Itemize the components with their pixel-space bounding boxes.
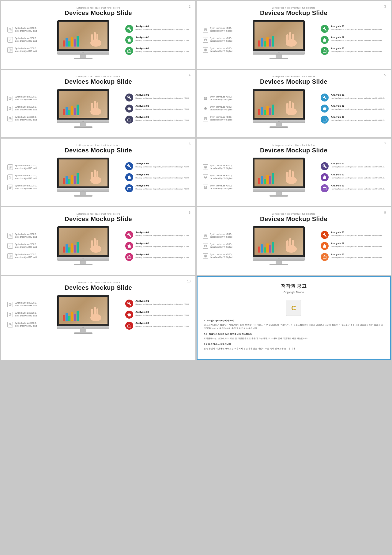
list-icon	[7, 302, 13, 307]
analysis-item: Analysis 01 Hashtag fashion axe fingersc…	[125, 94, 189, 101]
monitor-base	[270, 264, 288, 265]
svg-rect-110	[68, 247, 70, 253]
list-item: Synth chartreuse XOXO, tacos brooklyn VH…	[7, 322, 41, 327]
slide-panel: Letterpress next level trust fund: befor…	[197, 139, 391, 206]
list-text: Synth chartreuse XOXO, tacos brooklyn VH…	[15, 47, 41, 52]
screen-hand	[283, 165, 300, 186]
list-icon	[203, 253, 208, 259]
list-item: Synth chartreuse XOXO, tacos brooklyn VH…	[7, 184, 41, 190]
slide-grid: Letterpress next level trust fund: befor…	[0, 0, 392, 361]
analysis-item: Analysis 01 Hashtag fashion axe fingersc…	[321, 25, 385, 33]
svg-rect-10	[74, 39, 76, 47]
analysis-label: Analysis 01	[135, 231, 189, 234]
monitor	[57, 295, 109, 334]
monitor-chin	[57, 326, 109, 329]
analysis-item: Analysis 02 Hashtag fashion axe fingersc…	[125, 105, 189, 113]
analysis-circle	[321, 94, 329, 101]
analysis-text: Analysis 02 Hashtag fashion axe fingersc…	[331, 173, 385, 179]
monitor-chin	[253, 51, 305, 55]
analysis-circle	[321, 47, 329, 55]
slide-content: Synth chartreuse XOXO, tacos brooklyn VH…	[7, 89, 189, 128]
analysis-desc: Hashtag fashion axe fingersche, umami au…	[331, 256, 385, 259]
svg-rect-32	[292, 34, 294, 43]
copyright-section: 2. 이 템플릿은 다음과 같은 용도로 사용 가능합니다: 프레젠테이션, 보…	[204, 332, 384, 340]
analysis-label: Analysis 03	[135, 47, 189, 50]
slide-content: Synth chartreuse XOXO, tacos brooklyn VH…	[203, 89, 385, 128]
monitor-wrap	[44, 158, 122, 197]
svg-rect-124	[204, 255, 207, 257]
list-text: Synth chartreuse XOXO, tacos brooklyn VH…	[210, 174, 236, 180]
slide-panel: Letterpress next level trust fund: befor…	[1, 1, 195, 69]
analysis-desc: Hashtag fashion axe fingersche, umami au…	[135, 50, 189, 53]
svg-rect-82	[94, 170, 96, 180]
slide-number: 2	[189, 5, 190, 8]
svg-rect-61	[269, 108, 271, 115]
analysis-item: Analysis 01 Hashtag fashion axe fingersc…	[321, 94, 385, 101]
monitor-chin	[57, 257, 109, 261]
list-item: Synth chartreuse XOXO, tacos brooklyn VH…	[203, 105, 236, 111]
analysis-item: Analysis 02 Hashtag fashion axe fingersc…	[125, 173, 189, 181]
analysis-circle	[321, 105, 329, 113]
analysis-circle	[125, 231, 133, 239]
screen-hand	[283, 28, 300, 49]
list-text: Synth chartreuse XOXO, tacos brooklyn VH…	[15, 37, 41, 42]
svg-rect-11	[77, 36, 79, 47]
list-text: Synth chartreuse XOXO, tacos brooklyn VH…	[15, 312, 41, 317]
svg-rect-129	[269, 245, 271, 253]
copyright-section-text: 본 템플릿의 재판매 및 재배포는 허용되지 않습니다. 원본 파일의 무단 복…	[204, 347, 384, 350]
analysis-circle	[321, 242, 329, 250]
list-icon	[203, 96, 208, 101]
list-text: Synth chartreuse XOXO, tacos brooklyn VH…	[15, 243, 41, 248]
slide-number: 3	[384, 5, 386, 8]
analysis-item: Analysis 03 Hashtag fashion axe fingersc…	[125, 184, 189, 192]
analysis-desc: Hashtag fashion axe fingersche, umami au…	[135, 166, 189, 168]
monitor-base	[270, 58, 288, 59]
analysis-item: Analysis 02 Hashtag fashion axe fingersc…	[321, 36, 385, 44]
analysis-circle	[125, 94, 133, 101]
analysis-desc: Hashtag fashion axe fingersche, umami au…	[135, 314, 189, 316]
svg-rect-112	[74, 245, 76, 253]
analysis-circle	[125, 36, 133, 44]
list-text: Synth chartreuse XOXO, tacos brooklyn VH…	[15, 164, 41, 170]
svg-rect-100	[292, 171, 294, 180]
svg-rect-42	[68, 110, 70, 115]
analysis-item: Analysis 01 Hashtag fashion axe fingersc…	[321, 231, 385, 239]
right-analysis: Analysis 01 Hashtag fashion axe fingersc…	[125, 25, 189, 55]
slide-content: Synth chartreuse XOXO, tacos brooklyn VH…	[7, 158, 189, 197]
analysis-label: Analysis 02	[135, 311, 189, 313]
svg-rect-107	[9, 255, 11, 257]
svg-rect-152	[91, 309, 93, 318]
screen-chart	[258, 239, 277, 253]
slide-number: 4	[189, 74, 190, 77]
analysis-label: Analysis 02	[135, 242, 189, 245]
analysis-label: Analysis 01	[331, 94, 385, 96]
screen-hand	[88, 28, 104, 49]
analysis-item: Analysis 03 Hashtag fashion axe fingersc…	[321, 116, 385, 124]
slide-content: Synth chartreuse XOXO, tacos brooklyn VH…	[203, 226, 385, 265]
analysis-item: Analysis 03 Hashtag fashion axe fingersc…	[125, 47, 189, 55]
analysis-label: Analysis 03	[135, 253, 189, 256]
analysis-desc: Hashtag fashion axe fingersche, umami au…	[135, 325, 189, 327]
svg-rect-75	[66, 176, 68, 184]
analysis-label: Analysis 03	[135, 322, 189, 324]
analysis-item: Analysis 03 Hashtag fashion axe fingersc…	[125, 322, 189, 330]
analysis-circle	[321, 25, 329, 33]
analysis-text: Analysis 02 Hashtag fashion axe fingersc…	[135, 105, 189, 110]
monitor-base	[270, 126, 288, 128]
analysis-circle	[125, 25, 133, 33]
slide-content: Synth chartreuse XOXO, tacos brooklyn VH…	[7, 226, 189, 265]
monitor-dot	[82, 190, 84, 190]
list-icon	[7, 174, 13, 180]
analysis-text: Analysis 02 Hashtag fashion axe fingersc…	[135, 173, 189, 179]
analysis-item: Analysis 01 Hashtag fashion axe fingersc…	[125, 25, 189, 33]
list-item: Synth chartreuse XOXO, tacos brooklyn VH…	[203, 243, 236, 249]
screen-hand	[88, 96, 104, 118]
list-icon	[7, 47, 13, 53]
analysis-text: Analysis 02 Hashtag fashion axe fingersc…	[135, 242, 189, 248]
analysis-label: Analysis 01	[135, 162, 189, 165]
left-list: Synth chartreuse XOXO, tacos brooklyn VH…	[203, 27, 236, 53]
analysis-circle	[125, 162, 133, 170]
svg-rect-27	[269, 39, 271, 47]
left-list: Synth chartreuse XOXO, tacos brooklyn VH…	[203, 164, 236, 190]
svg-rect-43	[71, 106, 73, 115]
